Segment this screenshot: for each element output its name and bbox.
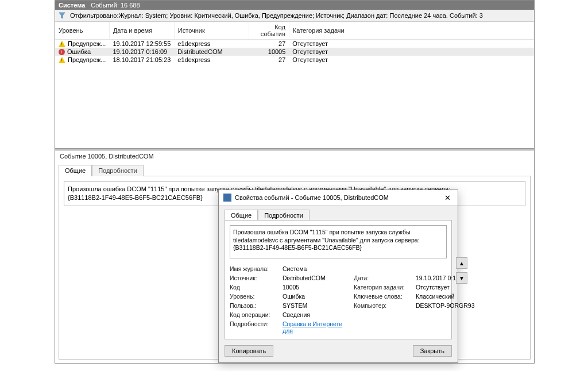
window-title-bar: Система Событий: 16 688 xyxy=(55,1,534,10)
dlg-message: Произошла ошибка DCOM "1115" при попытке… xyxy=(230,225,447,258)
help-link[interactable]: Справка в Интернете для xyxy=(283,320,351,334)
filter-summary: Отфильтровано:Журнал: System; Уровни: Кр… xyxy=(70,12,483,19)
dlg-tab-body: Произошла ошибка DCOM "1115" при попытке… xyxy=(225,220,452,339)
col-datetime[interactable]: Дата и время xyxy=(109,22,174,40)
table-row[interactable]: Ошибка19.10.2017 0:16:09DistributedCOM10… xyxy=(55,48,534,56)
col-level[interactable]: Уровень xyxy=(55,22,109,40)
col-source[interactable]: Источник xyxy=(174,22,249,40)
detail-tabs: Общие Подробности xyxy=(59,164,534,176)
warning-icon xyxy=(59,41,65,47)
dialog-title: Свойства событий - Событие 10005, Distri… xyxy=(235,194,389,201)
table-row[interactable]: Предупреж...18.10.2017 21:05:23e1dexpres… xyxy=(55,56,534,64)
log-name: Система xyxy=(59,2,85,9)
prev-event-button[interactable]: ▲ xyxy=(456,257,467,269)
tab-details[interactable]: Подробности xyxy=(92,165,144,176)
dlg-tab-general[interactable]: Общие xyxy=(225,210,258,221)
arrow-down-icon: ▼ xyxy=(459,275,465,281)
event-properties-grid: Имя журнала: Система Источник: Distribut… xyxy=(230,265,447,334)
dlg-tab-details[interactable]: Подробности xyxy=(258,210,310,221)
table-row[interactable]: Предупреж...19.10.2017 12:59:55e1dexpres… xyxy=(55,40,534,48)
close-button[interactable]: Закрыть xyxy=(413,345,452,357)
arrow-up-icon: ▲ xyxy=(459,260,465,266)
detail-header: Событие 10005, DistributedCOM xyxy=(55,150,534,162)
filter-bar: Отфильтровано:Журнал: System; Уровни: Кр… xyxy=(55,10,534,22)
warning-icon xyxy=(59,57,65,63)
dialog-icon xyxy=(223,194,231,202)
event-properties-dialog: Свойства событий - Событие 10005, Distri… xyxy=(218,190,458,363)
tab-general[interactable]: Общие xyxy=(59,165,92,176)
col-eventid[interactable]: Код события xyxy=(249,22,289,40)
event-list-pane[interactable]: Уровень Дата и время Источник Код событи… xyxy=(55,22,534,148)
event-table[interactable]: Уровень Дата и время Источник Код событи… xyxy=(55,22,534,64)
error-icon xyxy=(59,49,65,55)
next-event-button[interactable]: ▼ xyxy=(456,272,467,284)
col-category[interactable]: Категория задачи xyxy=(289,22,533,40)
funnel-icon xyxy=(59,12,65,19)
event-count: Событий: 16 688 xyxy=(91,2,140,9)
close-icon[interactable]: ✕ xyxy=(442,192,453,203)
copy-button[interactable]: Копировать xyxy=(225,345,273,357)
dialog-title-bar[interactable]: Свойства событий - Событие 10005, Distri… xyxy=(219,190,458,206)
